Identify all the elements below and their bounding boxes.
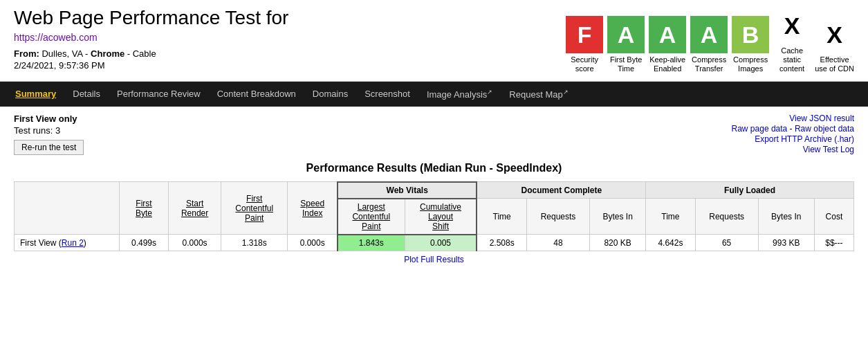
grade-box-cdn: X xyxy=(816,16,853,53)
external-icon-2: ↗ xyxy=(563,89,569,96)
results-table-section: Performance Results (Median Run - SpeedI… xyxy=(14,162,854,264)
cell-first-byte: 0.499s xyxy=(119,235,168,251)
page-title: Web Page Performance Test for xyxy=(14,7,566,29)
view-json-link[interactable]: View JSON result xyxy=(789,114,854,123)
first-view-label: First View only xyxy=(14,114,84,124)
empty-header xyxy=(15,182,120,235)
raw-object-link[interactable]: Raw object data xyxy=(795,124,854,134)
cell-doc-time: 2.508s xyxy=(477,235,526,251)
table-title: Performance Results (Median Run - SpeedI… xyxy=(14,162,854,174)
nav-details[interactable]: Details xyxy=(64,82,109,106)
first-byte-header: First Byte xyxy=(119,182,168,235)
grade-label-compress-transfer: CompressTransfer xyxy=(692,55,726,73)
grade-box-security: F xyxy=(566,16,603,53)
nav-summary[interactable]: Summary xyxy=(7,82,64,106)
grade-box-compress-transfer: A xyxy=(690,16,728,53)
header-date: 2/24/2021, 9:57:36 PM xyxy=(14,60,566,71)
run-link[interactable]: Run 2 xyxy=(62,238,84,248)
top-bar-right: View JSON result Raw page data - Raw obj… xyxy=(732,114,854,155)
rerun-button[interactable]: Re-run the test xyxy=(14,140,84,155)
fl-cost-header: Cost xyxy=(814,199,853,235)
doc-complete-group-header: Document Complete xyxy=(477,182,645,199)
navigation: Summary Details Performance Review Conte… xyxy=(0,82,868,107)
grade-compress-images: B CompressImages xyxy=(732,16,769,73)
grade-security: F Securityscore xyxy=(566,16,603,73)
grade-box-compress-images: B xyxy=(732,16,769,53)
fl-time-header: Time xyxy=(646,199,695,235)
cell-fl-requests: 65 xyxy=(695,235,758,251)
grade-boxes: F Securityscore A First ByteTime A Keep-… xyxy=(566,7,854,74)
grade-label-first-byte: First ByteTime xyxy=(610,55,642,73)
nav-performance-review[interactable]: Performance Review xyxy=(109,82,209,106)
top-bar-left: First View only Test runs: 3 Re-run the … xyxy=(14,114,84,155)
nav-screenshot[interactable]: Screenshot xyxy=(356,82,418,106)
grade-label-cdn: Effectiveuse of CDN xyxy=(815,55,854,73)
grade-box-first-byte: A xyxy=(607,16,645,53)
plot-link-container: Plot Full Results xyxy=(14,254,854,264)
nav-image-analysis[interactable]: Image Analysis↗ xyxy=(418,82,501,107)
grade-compress-transfer: A CompressTransfer xyxy=(690,16,728,73)
cell-speed-index: 0.000s xyxy=(288,235,338,251)
fl-bytes-header: Bytes In xyxy=(758,199,814,235)
grade-keepalive: A Keep-aliveEnabled xyxy=(649,16,686,73)
cell-doc-bytes: 820 KB xyxy=(590,235,646,251)
main-content: First View only Test runs: 3 Re-run the … xyxy=(0,107,868,271)
grade-cache: X Cachestaticcontent xyxy=(773,7,811,74)
from-value: Dulles, VA - Chrome - Cable xyxy=(41,48,156,59)
page-header: Web Page Performance Test for https://ac… xyxy=(0,0,868,82)
grade-label-cache: Cachestaticcontent xyxy=(779,46,804,74)
web-vitals-group-header: Web Vitals xyxy=(338,182,477,199)
cell-fcp: 1.318s xyxy=(221,235,287,251)
lcp-header: LargestContentfulPaint xyxy=(338,199,405,235)
grade-box-keepalive: A xyxy=(649,16,686,53)
raw-page-link[interactable]: Raw page data xyxy=(732,124,788,134)
grade-label-compress-images: CompressImages xyxy=(733,55,768,73)
cell-doc-requests: 48 xyxy=(526,235,589,251)
cell-fl-bytes: 993 KB xyxy=(758,235,814,251)
doc-requests-header: Requests xyxy=(526,199,589,235)
export-http-link[interactable]: Export HTTP Archive (.har) xyxy=(755,134,854,144)
row-label: First View (Run 2) xyxy=(15,235,120,251)
grade-box-cache: X xyxy=(773,7,811,44)
nav-content-breakdown[interactable]: Content Breakdown xyxy=(209,82,304,106)
header-from: From: Dulles, VA - Chrome - Cable xyxy=(14,48,566,59)
plot-full-results-link[interactable]: Plot Full Results xyxy=(404,255,464,264)
cell-fl-cost: $$--- xyxy=(814,235,853,251)
grade-label-keepalive: Keep-aliveEnabled xyxy=(649,55,685,73)
group-header-row: First Byte Start Render FirstContentfulP… xyxy=(15,182,854,199)
view-test-log-link[interactable]: View Test Log xyxy=(803,145,854,154)
start-render-header: Start Render xyxy=(169,182,221,235)
doc-bytes-header: Bytes In xyxy=(590,199,646,235)
results-table: First Byte Start Render FirstContentfulP… xyxy=(14,181,854,251)
from-label: From: xyxy=(14,48,39,59)
cls-header: CumulativeLayoutShift xyxy=(405,199,477,235)
header-url: https://acoweb.com xyxy=(14,32,566,43)
grade-label-security: Securityscore xyxy=(571,55,598,73)
table-row: First View (Run 2) 0.499s 0.000s 1.318s … xyxy=(15,235,854,251)
top-bar: First View only Test runs: 3 Re-run the … xyxy=(14,114,854,155)
fl-requests-header: Requests xyxy=(695,199,758,235)
speed-index-header: SpeedIndex xyxy=(288,182,338,235)
grade-first-byte: A First ByteTime xyxy=(607,16,645,73)
header-left: Web Page Performance Test for https://ac… xyxy=(14,7,566,71)
cell-lcp: 1.843s xyxy=(338,235,405,251)
nav-request-map[interactable]: Request Map↗ xyxy=(501,82,576,107)
grade-cdn: X Effectiveuse of CDN xyxy=(815,16,854,73)
test-runs: Test runs: 3 xyxy=(14,125,84,136)
fcp-header: FirstContentfulPaint xyxy=(221,182,287,235)
cell-start-render: 0.000s xyxy=(169,235,221,251)
cell-cls: 0.005 xyxy=(405,235,477,251)
external-icon: ↗ xyxy=(487,89,492,96)
nav-domains[interactable]: Domains xyxy=(304,82,356,106)
fully-loaded-group-header: Fully Loaded xyxy=(646,182,854,199)
cell-fl-time: 4.642s xyxy=(646,235,695,251)
doc-time-header: Time xyxy=(477,199,526,235)
